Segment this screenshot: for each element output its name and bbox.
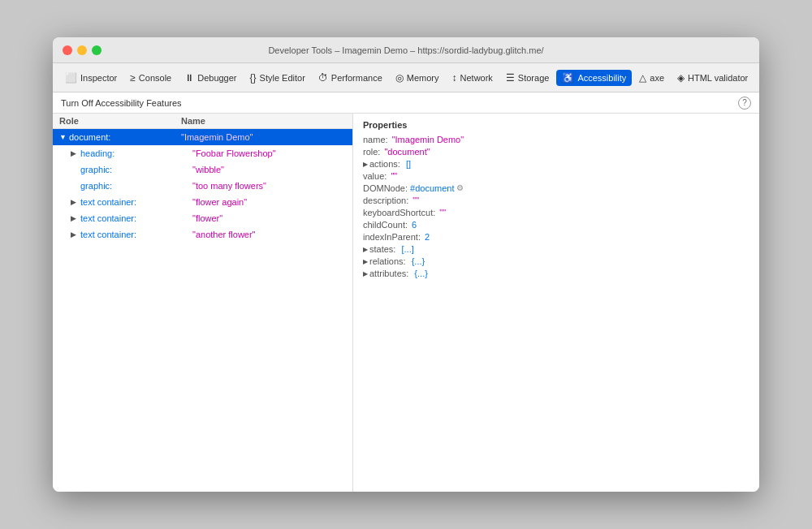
prop-key: childCount: bbox=[363, 220, 410, 230]
tab-axe[interactable]: △ axe bbox=[633, 70, 670, 86]
tree-row[interactable]: ▶ text container: "flower" bbox=[53, 210, 352, 226]
prop-value: "" bbox=[439, 208, 446, 217]
expand-actions[interactable]: ▶ actions: [] bbox=[363, 159, 411, 169]
html-validator-icon: ◈ bbox=[677, 72, 685, 84]
expand-arrow: ▶ bbox=[71, 198, 79, 206]
column-headers: Role Name bbox=[53, 114, 352, 129]
prop-value: "" bbox=[412, 196, 419, 205]
tab-performance[interactable]: ⏱ Performance bbox=[313, 70, 388, 86]
prop-key: states: bbox=[369, 244, 395, 254]
close-button[interactable] bbox=[63, 45, 72, 55]
prop-value: "document" bbox=[384, 147, 430, 157]
help-button[interactable]: ? bbox=[738, 97, 751, 110]
role-text: text container: bbox=[80, 197, 136, 207]
prop-key: DOMNode: bbox=[363, 183, 410, 193]
accessibility-bar: Turn Off Accessibility Features ? bbox=[53, 92, 759, 114]
minimize-button[interactable] bbox=[77, 45, 87, 55]
role-text: document: bbox=[69, 132, 110, 142]
maximize-button[interactable] bbox=[92, 45, 102, 55]
prop-value: "Imagemin Demo" bbox=[392, 135, 464, 144]
expand-tri-icon: ▶ bbox=[363, 258, 368, 265]
right-panel: Properties name: "Imagemin Demo" role: "… bbox=[353, 114, 759, 492]
memory-icon: ◎ bbox=[395, 72, 404, 84]
prop-domnode: DOMNode: #document ⚙ bbox=[363, 183, 749, 193]
expand-attributes[interactable]: ▶ attributes: {...} bbox=[363, 269, 428, 278]
prop-value: {...} bbox=[412, 269, 428, 278]
tree-row[interactable]: ▶ graphic: "wibble" bbox=[53, 161, 352, 178]
axe-icon: △ bbox=[639, 72, 646, 84]
prop-role: role: "document" bbox=[363, 147, 749, 157]
tree-row[interactable]: ▶ text container: "flower again" bbox=[53, 194, 352, 210]
prop-index-in-parent: indexInParent: 2 bbox=[363, 232, 749, 242]
properties-title: Properties bbox=[363, 120, 749, 130]
prop-states[interactable]: ▶ states: [...] bbox=[363, 244, 749, 254]
tab-inspector[interactable]: ⬜ Inspector bbox=[59, 70, 123, 86]
prop-value-row: value: "" bbox=[363, 171, 749, 181]
console-icon: ≥ bbox=[130, 72, 136, 84]
network-icon: ↕ bbox=[452, 72, 457, 84]
name-text: "another flower" bbox=[192, 230, 256, 239]
storage-icon: ☰ bbox=[506, 72, 515, 84]
role-text: text container: bbox=[80, 213, 136, 223]
performance-icon: ⏱ bbox=[318, 72, 328, 84]
prop-relations[interactable]: ▶ relations: {...} bbox=[363, 256, 749, 266]
prop-description: description: "" bbox=[363, 196, 749, 205]
role-text: text container: bbox=[80, 230, 136, 239]
prop-actions[interactable]: ▶ actions: [] bbox=[363, 159, 749, 169]
prop-key: role: bbox=[363, 147, 382, 157]
tab-html-validator[interactable]: ◈ HTML validator bbox=[672, 70, 754, 86]
tree-row[interactable]: ▼ document: "Imagemin Demo" bbox=[53, 129, 352, 145]
role-text: heading: bbox=[80, 148, 114, 158]
prop-value: [] bbox=[404, 159, 411, 169]
debugger-icon: ⏸ bbox=[184, 72, 194, 84]
expand-relations[interactable]: ▶ relations: {...} bbox=[363, 256, 425, 266]
tab-debugger[interactable]: ⏸ Debugger bbox=[179, 70, 242, 86]
tree-row[interactable]: ▶ graphic: "too many flowers" bbox=[53, 178, 352, 194]
prop-key: value: bbox=[363, 171, 389, 181]
prop-key: keyboardShortcut: bbox=[363, 208, 438, 217]
inspector-icon: ⬜ bbox=[65, 72, 77, 84]
role-text: graphic: bbox=[80, 181, 112, 191]
prop-value: "" bbox=[391, 171, 397, 181]
name-text: "flower" bbox=[192, 213, 222, 223]
prop-key: name: bbox=[363, 135, 391, 144]
prop-value: {...} bbox=[409, 256, 425, 266]
tab-style-editor[interactable]: {} Style Editor bbox=[244, 70, 311, 86]
name-text: "too many flowers" bbox=[192, 181, 266, 191]
expand-arrow: ▶ bbox=[71, 230, 79, 239]
traffic-lights bbox=[63, 45, 102, 55]
content-area: Role Name ▼ document: "Imagemin Demo" ▶ … bbox=[53, 114, 759, 492]
role-text: graphic: bbox=[80, 165, 112, 174]
domnode-link[interactable]: #document bbox=[410, 183, 454, 193]
copy-panel-button[interactable]: ⧉ bbox=[755, 70, 759, 85]
prop-attributes[interactable]: ▶ attributes: {...} bbox=[363, 269, 749, 278]
domnode-icon: ⚙ bbox=[456, 183, 464, 192]
tab-network[interactable]: ↕ Network bbox=[447, 70, 499, 86]
name-text: "Foobar Flowershop" bbox=[192, 148, 276, 158]
prop-keyboard-shortcut: keyboardShortcut: "" bbox=[363, 208, 749, 217]
left-panel: Role Name ▼ document: "Imagemin Demo" ▶ … bbox=[53, 114, 353, 492]
expand-tri-icon: ▶ bbox=[363, 270, 368, 277]
name-column-header: Name bbox=[181, 116, 346, 126]
tab-memory[interactable]: ◎ Memory bbox=[390, 70, 445, 86]
expand-arrow: ▶ bbox=[71, 214, 79, 222]
tab-console[interactable]: ≥ Console bbox=[124, 70, 177, 86]
tree-row[interactable]: ▶ heading: "Foobar Flowershop" bbox=[53, 145, 352, 161]
prop-value: 2 bbox=[425, 232, 430, 242]
expand-states[interactable]: ▶ states: [...] bbox=[363, 244, 414, 254]
tab-accessibility[interactable]: ♿ Accessibility bbox=[556, 70, 632, 86]
tab-storage[interactable]: ☰ Storage bbox=[500, 70, 555, 86]
toolbar: ⬜ Inspector ≥ Console ⏸ Debugger {} Styl… bbox=[53, 63, 759, 92]
prop-name: name: "Imagemin Demo" bbox=[363, 135, 749, 144]
expand-arrow: ▶ bbox=[71, 149, 79, 157]
accessibility-bar-label: Turn Off Accessibility Features bbox=[61, 98, 182, 108]
prop-key: indexInParent: bbox=[363, 232, 423, 242]
prop-value: 6 bbox=[412, 220, 417, 230]
toolbar-right: ⧉ ••• bbox=[755, 70, 759, 85]
name-text: "wibble" bbox=[192, 165, 224, 174]
name-text: "Imagemin Demo" bbox=[181, 132, 253, 142]
accessibility-icon: ♿ bbox=[562, 72, 574, 84]
expand-arrow: ▼ bbox=[59, 133, 67, 141]
prop-key: actions: bbox=[369, 159, 400, 169]
tree-row[interactable]: ▶ text container: "another flower" bbox=[53, 226, 352, 243]
